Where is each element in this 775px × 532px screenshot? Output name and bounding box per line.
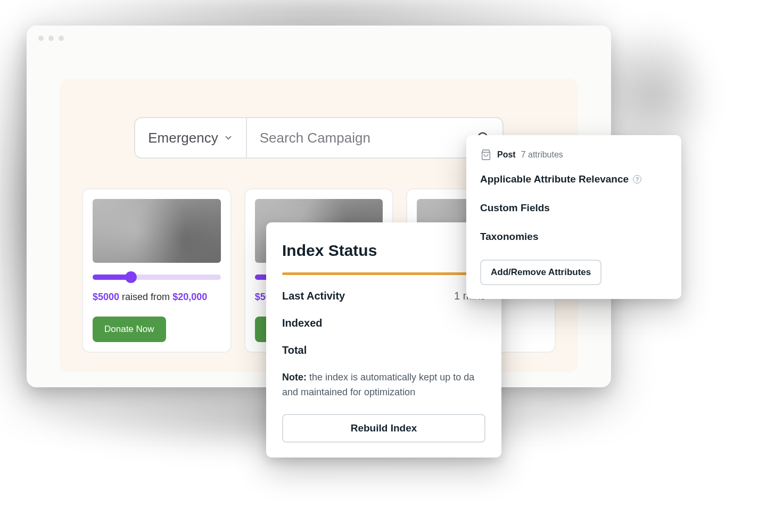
raised-mid: raised from <box>122 292 170 302</box>
window-chrome <box>27 26 611 51</box>
category-select-label: Emergency <box>148 130 218 146</box>
search-input-wrap <box>247 118 502 157</box>
traffic-light-dot <box>59 36 64 41</box>
goal-amount: $20,000 <box>172 292 207 302</box>
campaign-card: $5000 raised from $20,000 Donate Now <box>82 188 232 353</box>
shopping-bag-icon <box>480 149 492 161</box>
category-select[interactable]: Emergency <box>135 118 247 157</box>
relevance-section-title: Applicable Attribute Relevance ? <box>480 173 667 185</box>
chevron-down-icon <box>224 133 233 143</box>
index-status-title: Index Status <box>282 242 377 260</box>
custom-fields-title: Custom Fields <box>480 202 667 214</box>
post-type-name: Post <box>497 150 516 160</box>
note-label: Note: <box>282 372 307 383</box>
traffic-light-dot <box>38 36 44 41</box>
rebuild-index-button[interactable]: Rebuild Index <box>282 414 485 443</box>
raised-amount: $5000 <box>93 292 119 302</box>
attribute-count: 7 attributes <box>521 150 563 160</box>
indexed-label: Indexed <box>282 317 323 329</box>
search-combo: Emergency <box>134 117 504 159</box>
campaign-raised-line: $5000 raised from $20,000 <box>93 292 221 303</box>
progress-slider[interactable] <box>93 275 221 280</box>
last-activity-label: Last Activity <box>282 290 345 302</box>
index-progress-bar <box>282 272 485 275</box>
attribute-panel: Post 7 attributes Applicable Attribute R… <box>466 135 681 299</box>
index-note: Note: the index is automatically kept up… <box>282 370 485 400</box>
taxonomies-title: Taxonomies <box>480 231 667 243</box>
traffic-light-dot <box>48 36 54 41</box>
campaign-thumbnail <box>93 199 221 263</box>
search-input[interactable] <box>260 130 476 146</box>
total-label: Total <box>282 344 307 356</box>
post-type-header: Post 7 attributes <box>480 149 667 161</box>
add-remove-attributes-button[interactable]: Add/Remove Attributes <box>480 260 601 285</box>
help-icon[interactable]: ? <box>633 175 641 184</box>
note-text: the index is automatically kept up to da… <box>282 372 474 397</box>
donate-button[interactable]: Donate Now <box>93 317 166 342</box>
